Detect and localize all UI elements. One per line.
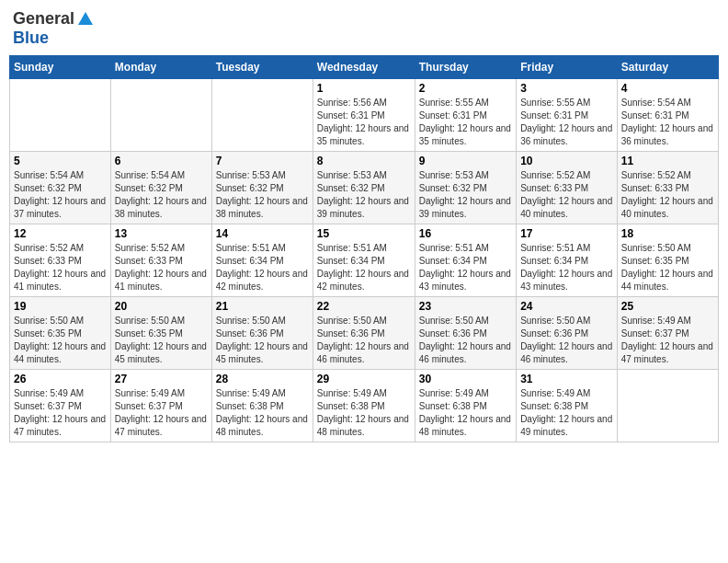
day-number: 24 [520, 300, 613, 313]
calendar-week-row: 5Sunrise: 5:54 AMSunset: 6:32 PMDaylight… [10, 152, 719, 224]
calendar-day-cell: 27Sunrise: 5:49 AMSunset: 6:37 PMDayligh… [110, 370, 211, 442]
calendar-day-cell: 22Sunrise: 5:50 AMSunset: 6:36 PMDayligh… [313, 297, 415, 370]
day-of-week-header: Thursday [415, 56, 516, 79]
day-number: 12 [14, 227, 107, 240]
day-info: Sunrise: 5:49 AMSunset: 6:38 PMDaylight:… [419, 387, 512, 439]
calendar-day-cell [617, 370, 718, 442]
day-number: 21 [216, 300, 309, 313]
calendar-day-cell [110, 79, 211, 152]
day-info: Sunrise: 5:53 AMSunset: 6:32 PMDaylight:… [317, 169, 411, 221]
calendar-day-cell: 21Sunrise: 5:50 AMSunset: 6:36 PMDayligh… [211, 297, 313, 370]
day-number: 31 [520, 373, 613, 385]
day-number: 3 [520, 82, 613, 95]
calendar-day-cell: 31Sunrise: 5:49 AMSunset: 6:38 PMDayligh… [517, 370, 618, 442]
day-info: Sunrise: 5:49 AMSunset: 6:38 PMDaylight:… [520, 387, 613, 439]
day-info: Sunrise: 5:56 AMSunset: 6:31 PMDaylight:… [317, 97, 411, 148]
day-info: Sunrise: 5:50 AMSunset: 6:35 PMDaylight:… [115, 315, 208, 366]
calendar-day-cell: 7Sunrise: 5:53 AMSunset: 6:32 PMDaylight… [211, 152, 313, 224]
day-info: Sunrise: 5:49 AMSunset: 6:38 PMDaylight:… [216, 387, 309, 439]
day-number: 9 [419, 155, 512, 167]
day-number: 28 [216, 373, 309, 385]
day-number: 29 [317, 373, 411, 385]
calendar-day-cell: 19Sunrise: 5:50 AMSunset: 6:35 PMDayligh… [10, 297, 111, 370]
logo-triangle-icon [76, 10, 95, 29]
calendar-week-row: 19Sunrise: 5:50 AMSunset: 6:35 PMDayligh… [10, 297, 719, 370]
day-number: 8 [317, 155, 411, 167]
day-info: Sunrise: 5:51 AMSunset: 6:34 PMDaylight:… [419, 242, 512, 293]
day-info: Sunrise: 5:55 AMSunset: 6:31 PMDaylight:… [419, 97, 512, 148]
day-number: 23 [419, 300, 512, 313]
day-number: 18 [621, 227, 714, 240]
day-info: Sunrise: 5:50 AMSunset: 6:36 PMDaylight:… [419, 315, 512, 366]
calendar-day-cell: 25Sunrise: 5:49 AMSunset: 6:37 PMDayligh… [617, 297, 718, 370]
day-number: 30 [419, 373, 512, 385]
day-number: 14 [216, 227, 309, 240]
calendar-day-cell: 18Sunrise: 5:50 AMSunset: 6:35 PMDayligh… [617, 224, 718, 297]
calendar-day-cell: 16Sunrise: 5:51 AMSunset: 6:34 PMDayligh… [415, 224, 516, 297]
calendar-day-cell: 15Sunrise: 5:51 AMSunset: 6:34 PMDayligh… [313, 224, 415, 297]
day-info: Sunrise: 5:51 AMSunset: 6:34 PMDaylight:… [317, 242, 411, 293]
day-of-week-header: Tuesday [211, 56, 313, 79]
day-of-week-header: Sunday [10, 56, 111, 79]
day-info: Sunrise: 5:51 AMSunset: 6:34 PMDaylight:… [520, 242, 613, 293]
day-info: Sunrise: 5:50 AMSunset: 6:35 PMDaylight:… [14, 315, 107, 366]
day-info: Sunrise: 5:50 AMSunset: 6:35 PMDaylight:… [621, 242, 714, 293]
calendar-day-cell: 11Sunrise: 5:52 AMSunset: 6:33 PMDayligh… [617, 152, 718, 224]
calendar-day-cell: 6Sunrise: 5:54 AMSunset: 6:32 PMDaylight… [110, 152, 211, 224]
day-info: Sunrise: 5:49 AMSunset: 6:37 PMDaylight:… [115, 387, 208, 439]
day-info: Sunrise: 5:49 AMSunset: 6:37 PMDaylight:… [14, 387, 107, 439]
day-number: 22 [317, 300, 411, 313]
day-number: 4 [621, 82, 714, 95]
calendar-day-cell: 3Sunrise: 5:55 AMSunset: 6:31 PMDaylight… [517, 79, 618, 152]
calendar-day-cell: 5Sunrise: 5:54 AMSunset: 6:32 PMDaylight… [10, 152, 111, 224]
calendar-day-cell: 9Sunrise: 5:53 AMSunset: 6:32 PMDaylight… [415, 152, 516, 224]
day-number: 19 [14, 300, 107, 313]
calendar-day-cell: 29Sunrise: 5:49 AMSunset: 6:38 PMDayligh… [313, 370, 415, 442]
calendar-day-cell: 28Sunrise: 5:49 AMSunset: 6:38 PMDayligh… [211, 370, 313, 442]
calendar-day-cell [211, 79, 313, 152]
day-of-week-header: Monday [110, 56, 211, 79]
day-of-week-header: Wednesday [313, 56, 415, 79]
day-of-week-header: Saturday [617, 56, 718, 79]
calendar-day-cell: 10Sunrise: 5:52 AMSunset: 6:33 PMDayligh… [517, 152, 618, 224]
day-number: 16 [419, 227, 512, 240]
day-number: 26 [14, 373, 107, 385]
day-info: Sunrise: 5:50 AMSunset: 6:36 PMDaylight:… [317, 315, 411, 366]
day-info: Sunrise: 5:52 AMSunset: 6:33 PMDaylight:… [115, 242, 208, 293]
day-number: 2 [419, 82, 512, 95]
day-info: Sunrise: 5:50 AMSunset: 6:36 PMDaylight:… [216, 315, 309, 366]
day-number: 7 [216, 155, 309, 167]
calendar-week-row: 26Sunrise: 5:49 AMSunset: 6:37 PMDayligh… [10, 370, 719, 442]
day-number: 11 [621, 155, 714, 167]
svg-marker-0 [78, 12, 93, 25]
day-number: 1 [317, 82, 411, 95]
calendar-day-cell: 30Sunrise: 5:49 AMSunset: 6:38 PMDayligh… [415, 370, 516, 442]
calendar-week-row: 1Sunrise: 5:56 AMSunset: 6:31 PMDaylight… [10, 79, 719, 152]
day-info: Sunrise: 5:50 AMSunset: 6:36 PMDaylight:… [520, 315, 613, 366]
calendar-day-cell: 26Sunrise: 5:49 AMSunset: 6:37 PMDayligh… [10, 370, 111, 442]
day-info: Sunrise: 5:52 AMSunset: 6:33 PMDaylight:… [520, 169, 613, 221]
day-info: Sunrise: 5:54 AMSunset: 6:32 PMDaylight:… [115, 169, 208, 221]
day-number: 10 [520, 155, 613, 167]
calendar-week-row: 12Sunrise: 5:52 AMSunset: 6:33 PMDayligh… [10, 224, 719, 297]
calendar-day-cell: 2Sunrise: 5:55 AMSunset: 6:31 PMDaylight… [415, 79, 516, 152]
day-number: 25 [621, 300, 714, 313]
calendar-day-cell: 12Sunrise: 5:52 AMSunset: 6:33 PMDayligh… [10, 224, 111, 297]
day-number: 27 [115, 373, 208, 385]
day-number: 17 [520, 227, 613, 240]
day-info: Sunrise: 5:52 AMSunset: 6:33 PMDaylight:… [621, 169, 714, 221]
calendar-day-cell: 24Sunrise: 5:50 AMSunset: 6:36 PMDayligh… [517, 297, 618, 370]
day-info: Sunrise: 5:49 AMSunset: 6:37 PMDaylight:… [621, 315, 714, 366]
day-number: 15 [317, 227, 411, 240]
day-number: 6 [115, 155, 208, 167]
day-info: Sunrise: 5:55 AMSunset: 6:31 PMDaylight:… [520, 97, 613, 148]
logo-blue: Blue [13, 29, 49, 47]
day-info: Sunrise: 5:52 AMSunset: 6:33 PMDaylight:… [14, 242, 107, 293]
logo-general: General [13, 9, 74, 29]
page-header: General Blue [9, 9, 719, 48]
calendar-day-cell: 13Sunrise: 5:52 AMSunset: 6:33 PMDayligh… [110, 224, 211, 297]
calendar-day-cell: 14Sunrise: 5:51 AMSunset: 6:34 PMDayligh… [211, 224, 313, 297]
calendar-day-cell: 1Sunrise: 5:56 AMSunset: 6:31 PMDaylight… [313, 79, 415, 152]
day-of-week-header: Friday [517, 56, 618, 79]
day-info: Sunrise: 5:54 AMSunset: 6:32 PMDaylight:… [14, 169, 107, 221]
